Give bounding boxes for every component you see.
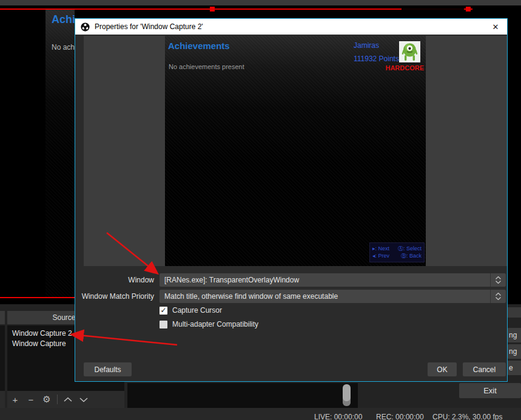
selection-border-top-shadow — [402, 8, 464, 10]
hardcore-badge: HARDCORE — [385, 64, 424, 72]
scenes-dock-edge-header — [0, 311, 5, 324]
selection-handle-top-right[interactable] — [466, 7, 471, 12]
scenes-dock-edge-toolbar — [0, 391, 5, 408]
background-capture-render: Achie No achi — [45, 10, 75, 297]
background-achievements-empty: No achi — [52, 43, 75, 52]
obs-screen: Achie No achi Sources Window Capture 2 W… — [0, 0, 521, 420]
window-select-value: [RANes.exe]: TransparentOverlayWindow — [164, 276, 299, 284]
username-label: Jamiras — [354, 41, 379, 50]
controller-hint-box: ▸: Next Ⓐ: Select ◂: Prev Ⓑ: Back — [369, 242, 425, 262]
cpu-fps-status: CPU: 2.3%, 30.00 fps — [432, 413, 502, 420]
multi-adapter-checkbox[interactable] — [160, 321, 167, 328]
hint-back: Ⓑ: Back — [401, 252, 422, 259]
selection-border-bottom — [0, 297, 75, 298]
hint-prev: ◂: Prev — [372, 252, 389, 259]
achievements-empty-message: No achievements present — [169, 63, 244, 70]
hint-select: Ⓐ: Select — [398, 245, 422, 252]
rec-timer: REC: 00:00:00 — [376, 413, 424, 420]
studio-mode-button-clipped[interactable]: e — [507, 361, 521, 375]
spinner-arrows-icon[interactable] — [490, 290, 506, 303]
obs-logo-icon — [81, 22, 90, 32]
ok-button[interactable]: OK — [428, 362, 457, 376]
start-recording-button-clipped[interactable]: ng — [507, 344, 521, 359]
dialog-titlebar[interactable]: Properties for 'Window Capture 2' ✕ — [75, 19, 507, 35]
exit-button-label: Exit — [483, 386, 497, 395]
close-icon[interactable]: ✕ — [489, 19, 502, 35]
avatar — [399, 41, 420, 62]
scrollbar-thumb[interactable] — [343, 384, 351, 406]
move-source-down-icon[interactable] — [76, 397, 92, 402]
window-match-priority-value: Match title, otherwise find window of sa… — [164, 292, 338, 301]
multi-adapter-label[interactable]: Multi-adapter Compatibility — [172, 320, 258, 328]
window-match-priority-select[interactable]: Match title, otherwise find window of sa… — [160, 290, 506, 303]
controls-dock-header — [508, 307, 521, 318]
properties-dialog: Properties for 'Window Capture 2' ✕ Achi… — [75, 18, 508, 382]
window-label: Window — [75, 276, 154, 284]
sources-toolbar: + − ⚙ — [7, 391, 124, 408]
top-strip — [0, 0, 521, 5]
live-timer: LIVE: 00:00:00 — [314, 413, 362, 420]
dialog-preview-area: Achievements No achievements present Jam… — [84, 36, 507, 266]
captured-window-preview: Achievements No achievements present Jam… — [165, 36, 426, 266]
window-select[interactable]: [RANes.exe]: TransparentOverlayWindow — [160, 273, 506, 287]
audio-mixer-panel — [127, 383, 358, 408]
move-source-up-icon[interactable] — [60, 397, 76, 402]
background-achievements-title: Achie — [52, 13, 75, 26]
capture-cursor-checkbox[interactable]: ✓ — [160, 307, 167, 315]
dialog-title: Properties for 'Window Capture 2' — [95, 22, 203, 31]
toolbar-divider — [57, 395, 58, 404]
start-streaming-button-clipped[interactable]: ng — [507, 328, 521, 342]
defaults-button[interactable]: Defaults — [84, 362, 132, 376]
cancel-button[interactable]: Cancel — [463, 362, 506, 376]
status-bar: LIVE: 00:00:00 REC: 00:00:00 CPU: 2.3%, … — [0, 408, 521, 420]
capture-cursor-label[interactable]: Capture Cursor — [172, 306, 222, 315]
add-source-icon[interactable]: + — [7, 395, 23, 405]
achievements-title: Achievements — [168, 41, 230, 51]
selection-handle-top-center[interactable] — [210, 7, 215, 12]
points-label: 111932 Points — [354, 55, 399, 63]
hint-next: ▸: Next — [372, 245, 389, 252]
remove-source-icon[interactable]: − — [23, 395, 39, 405]
window-match-priority-label: Window Match Priority — [75, 292, 154, 301]
exit-button[interactable]: Exit — [459, 383, 521, 398]
source-properties-gear-icon[interactable]: ⚙ — [39, 394, 55, 405]
scenes-dock-edge-body — [0, 325, 5, 391]
spinner-arrows-icon[interactable] — [490, 273, 506, 287]
